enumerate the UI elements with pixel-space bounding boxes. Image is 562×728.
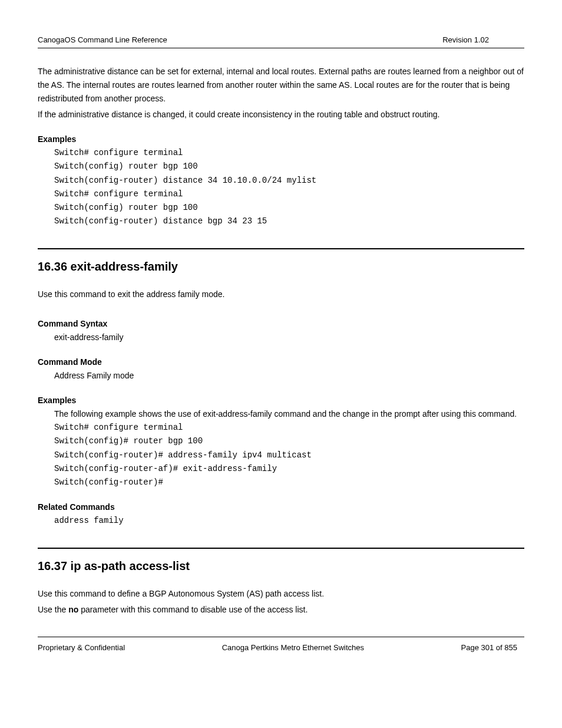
section-title-1637: 16.37 ip as-path access-list	[38, 559, 524, 573]
section-divider-1	[38, 248, 524, 249]
intro-paragraph-1: The administrative distance can be set f…	[38, 65, 524, 106]
footer-left: Proprietary & Confidential	[38, 643, 125, 652]
page-header: CanogaOS Command Line Reference Revision…	[38, 35, 524, 48]
header-right: Revision 1.02	[442, 35, 489, 44]
examples-desc-2: The following example shows the use of e…	[54, 407, 524, 421]
section-1637-desc-2: Use the no parameter with this command t…	[38, 603, 524, 617]
command-syntax-value: exit-address-family	[54, 331, 524, 344]
examples-code-1: Switch# configure terminal Switch(config…	[54, 146, 524, 228]
page-container: CanogaOS Command Line Reference Revision…	[0, 0, 562, 676]
desc2-bold: no	[68, 605, 78, 614]
desc2-post: parameter with this command to disable u…	[78, 605, 308, 614]
footer-center: Canoga Pertkins Metro Ethernet Switches	[222, 643, 364, 652]
command-mode-label: Command Mode	[38, 357, 524, 367]
section-1637-desc-1: Use this command to define a BGP Autonom…	[38, 587, 524, 601]
related-commands-label: Related Commands	[38, 502, 524, 512]
page-footer: Proprietary & Confidential Canoga Pertki…	[38, 637, 524, 652]
section-1636-desc: Use this command to exit the address fam…	[38, 288, 524, 301]
examples-label-1: Examples	[38, 134, 524, 144]
command-mode-value: Address Family mode	[54, 369, 524, 383]
examples-label-2: Examples	[38, 396, 524, 405]
desc2-pre: Use the	[38, 605, 68, 614]
related-commands-value: address family	[54, 514, 524, 528]
command-syntax-label: Command Syntax	[38, 319, 524, 328]
examples-code-2: Switch# configure terminal Switch(config…	[54, 421, 524, 489]
section-divider-2	[38, 548, 524, 549]
intro-paragraph-2: If the administrative distance is change…	[38, 108, 524, 121]
header-left: CanogaOS Command Line Reference	[38, 35, 167, 44]
footer-right: Page 301 of 855	[461, 643, 517, 652]
section-title-1636: 16.36 exit-address-family	[38, 260, 524, 274]
